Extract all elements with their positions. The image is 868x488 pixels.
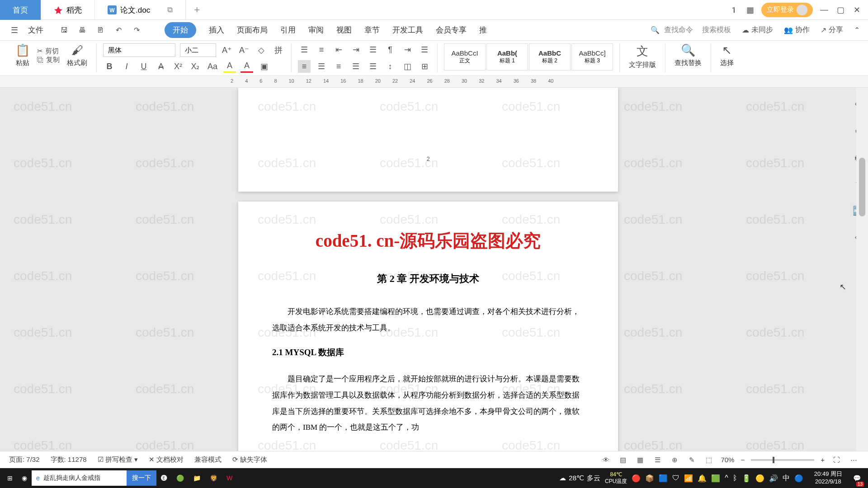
more-icon[interactable]: ⋯ bbox=[848, 455, 859, 465]
edit-icon[interactable]: ✎ bbox=[686, 455, 697, 465]
share-link[interactable]: ↗ 分享 bbox=[821, 25, 843, 35]
tray-icon[interactable]: 🛡 bbox=[672, 474, 679, 482]
print-preview-icon[interactable]: 🖹 bbox=[95, 25, 106, 36]
tab-review[interactable]: 审阅 bbox=[308, 22, 324, 38]
style-normal[interactable]: AaBbCcI正文 bbox=[444, 43, 486, 70]
tab-pagelayout[interactable]: 页面布局 bbox=[237, 22, 268, 38]
find-replace-button[interactable]: 🔍查找替换 bbox=[672, 43, 704, 67]
redo-icon[interactable]: ↷ bbox=[131, 25, 142, 36]
zoom-in-button[interactable]: + bbox=[821, 456, 825, 464]
indent-icon[interactable]: ⇥ bbox=[349, 43, 362, 56]
printlayout-icon[interactable]: ▦ bbox=[635, 455, 646, 465]
strike-button[interactable]: A̶ bbox=[155, 60, 167, 73]
justify-icon[interactable]: ☰ bbox=[349, 60, 362, 73]
style-heading2[interactable]: AaBbC标题 2 bbox=[529, 43, 571, 70]
taskbar-clock[interactable]: 20:49 周日2022/9/18 bbox=[808, 470, 849, 486]
tray-icon[interactable]: 📦 bbox=[645, 474, 654, 483]
change-case-icon[interactable]: Aa bbox=[206, 60, 219, 73]
readmode-icon[interactable]: ▤ bbox=[618, 455, 628, 465]
battery-icon[interactable]: 🔋 bbox=[742, 474, 751, 483]
wps-icon[interactable]: W bbox=[222, 468, 237, 488]
style-gallery[interactable]: AaBbCcI正文 AaBb(标题 1 AaBbC标题 2 AaBbCc]标题 … bbox=[444, 43, 613, 70]
bell-icon[interactable]: 🔔 bbox=[698, 474, 707, 483]
tab-devtools[interactable]: 开发工具 bbox=[392, 22, 423, 38]
line-spacing-icon[interactable]: ↕ bbox=[384, 60, 396, 73]
missing-fonts[interactable]: ⟳ 缺失字体 bbox=[232, 455, 267, 464]
menu-icon[interactable]: ☰ bbox=[8, 24, 21, 37]
borders-icon[interactable]: ⊞ bbox=[418, 60, 431, 73]
tab-home[interactable]: 首页 bbox=[0, 0, 41, 20]
taskbar-search-button[interactable]: 搜一下 bbox=[127, 470, 156, 486]
word-count[interactable]: 字数: 11278 bbox=[51, 455, 87, 464]
font-color-icon[interactable]: A bbox=[241, 60, 253, 73]
format-painter-button[interactable]: 🖌 格式刷 bbox=[64, 43, 90, 67]
unsync-link[interactable]: ☁ 未同步 bbox=[742, 25, 773, 35]
bullets-icon[interactable]: ☰ bbox=[298, 43, 311, 56]
tab-popout-icon[interactable]: ⧉ bbox=[167, 5, 173, 14]
taskbar-search[interactable]: e趁乱捣走病人金戒指 bbox=[32, 470, 127, 486]
fit-icon[interactable]: ⬚ bbox=[703, 455, 714, 465]
style-heading1[interactable]: AaBb(标题 1 bbox=[486, 43, 528, 70]
grow-font-icon[interactable]: A⁺ bbox=[221, 44, 233, 56]
align-left-icon[interactable]: ≡ bbox=[298, 60, 311, 73]
select-button[interactable]: ↖选择 bbox=[717, 43, 736, 67]
fullscreen-icon[interactable]: ⛶ bbox=[831, 455, 842, 465]
horizontal-ruler[interactable]: 246810121416182022242628303234363840 bbox=[0, 76, 868, 88]
tab-stops-icon[interactable]: ⇥ bbox=[401, 43, 414, 56]
char-border-icon[interactable]: ▣ bbox=[258, 60, 270, 73]
phonetic-icon[interactable]: 拼 bbox=[272, 44, 285, 56]
tray-icon[interactable]: 🟦 bbox=[659, 474, 668, 483]
distributed-icon[interactable]: ☰ bbox=[367, 60, 379, 73]
volume-icon[interactable]: 🔊 bbox=[769, 474, 778, 483]
command-search[interactable]: 🔍 查找命令 搜索模板 bbox=[651, 25, 731, 35]
more-para-icon[interactable]: ☰ bbox=[418, 43, 431, 56]
window-number-icon[interactable]: 1️ bbox=[729, 5, 739, 15]
tab-sections[interactable]: 章节 bbox=[364, 22, 380, 38]
minimize-button[interactable]: — bbox=[819, 5, 829, 15]
coop-link[interactable]: 👥 协作 bbox=[784, 25, 810, 35]
cut-button[interactable]: ✂ 剪切 bbox=[37, 47, 60, 56]
bold-button[interactable]: B bbox=[103, 60, 116, 73]
system-tray[interactable]: 🔴 📦 🟦 🛡 📶 🔔 🟩 ^ ᛒ 🔋 🟡 🔊 中 🔵 bbox=[627, 474, 808, 483]
tab-document[interactable]: W 论文.doc ⧉ bbox=[95, 0, 186, 20]
text-layout-button[interactable]: 文文字排版 bbox=[626, 43, 659, 69]
print-icon[interactable]: 🖶 bbox=[77, 25, 88, 36]
page-indicator[interactable]: 页面: 7/32 bbox=[9, 455, 40, 464]
scroll-thumb[interactable] bbox=[859, 158, 865, 216]
browser-icon[interactable]: 🟢 bbox=[172, 468, 189, 488]
align-right-icon[interactable]: ≡ bbox=[332, 60, 345, 73]
proofread-button[interactable]: ✕ 文档校对 bbox=[149, 455, 184, 464]
tray-icon[interactable]: 🟡 bbox=[755, 474, 764, 483]
tab-references[interactable]: 引用 bbox=[280, 22, 296, 38]
style-heading3[interactable]: AaBbCc]标题 3 bbox=[571, 43, 613, 70]
cpu-temp-widget[interactable]: 84℃CPU温度 bbox=[605, 471, 627, 485]
document-area[interactable]: 2 code51. cn-源码乐园盗图必究 第 2 章 开发环境与技术 开发电影… bbox=[0, 88, 856, 468]
zoom-out-button[interactable]: − bbox=[741, 456, 745, 464]
nvidia-icon[interactable]: 🟩 bbox=[711, 474, 720, 483]
shrink-font-icon[interactable]: A⁻ bbox=[238, 44, 250, 56]
tab-insert[interactable]: 插入 bbox=[209, 22, 224, 38]
outline-icon[interactable]: ☰ bbox=[652, 455, 663, 465]
outdent-icon[interactable]: ⇤ bbox=[332, 43, 345, 56]
weather-widget[interactable]: ☁ 28℃ 多云 bbox=[559, 474, 600, 483]
clear-format-icon[interactable]: ◇ bbox=[255, 44, 268, 56]
numbering-icon[interactable]: ≡ bbox=[315, 43, 328, 56]
zoom-slider[interactable] bbox=[751, 459, 814, 461]
eye-icon[interactable]: 👁 bbox=[600, 455, 611, 465]
ime-indicator[interactable]: 中 bbox=[783, 474, 790, 483]
tab-start[interactable]: 开始 bbox=[165, 22, 196, 38]
chevron-up-icon[interactable]: ^ bbox=[725, 474, 728, 482]
tab-daoke[interactable]: 稻壳 bbox=[41, 0, 95, 20]
apps-grid-icon[interactable]: ▦ bbox=[745, 5, 755, 15]
align-center-icon[interactable]: ☰ bbox=[315, 60, 328, 73]
zoom-level[interactable]: 70% bbox=[721, 456, 734, 464]
shading-icon[interactable]: ◫ bbox=[401, 60, 414, 73]
font-size-combo[interactable]: 小二 bbox=[180, 43, 216, 57]
tray-icon[interactable]: 🔵 bbox=[794, 474, 803, 483]
tab-vip[interactable]: 会员专享 bbox=[436, 22, 467, 38]
tab-more[interactable]: 推 bbox=[479, 22, 487, 38]
highlight-color-icon[interactable]: A bbox=[223, 60, 236, 73]
save-icon[interactable]: 🖫 bbox=[59, 25, 70, 36]
superscript-button[interactable]: X² bbox=[172, 60, 184, 73]
weblayout-icon[interactable]: ⊕ bbox=[669, 455, 680, 465]
